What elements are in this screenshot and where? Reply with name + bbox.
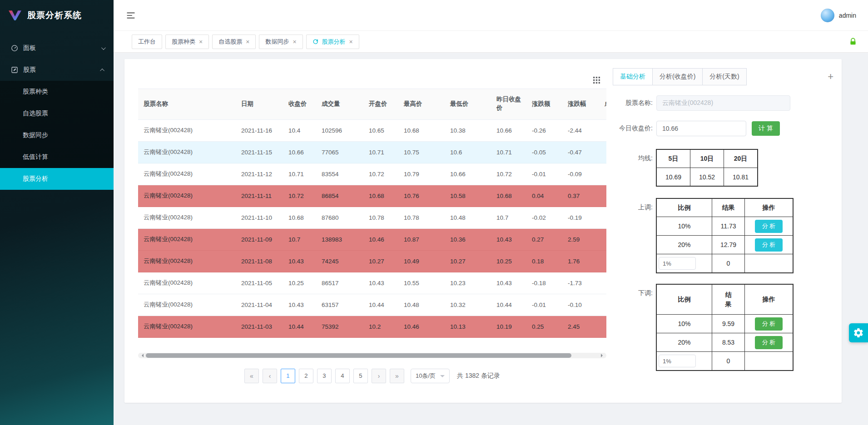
custom-ratio-input[interactable]	[659, 355, 696, 367]
page-button[interactable]: 2	[299, 369, 313, 383]
table-row[interactable]: 云南锗业(002428)2021-11-1210.718355410.7210.…	[138, 163, 606, 185]
top-bar: admin	[114, 0, 868, 31]
close-icon[interactable]: ×	[199, 39, 203, 45]
last-page-button[interactable]: »	[390, 369, 404, 383]
analyze-button[interactable]: 分 析	[755, 317, 783, 331]
result-cell: 9.59	[712, 315, 745, 333]
analysis-tab[interactable]: 分析(天数)	[702, 68, 746, 85]
up-custom-row: 0	[657, 254, 793, 273]
user-info[interactable]: admin	[821, 9, 856, 22]
table-row[interactable]: 云南锗业(002428)2021-11-0810.437424510.2710.…	[138, 250, 606, 272]
analyze-button[interactable]: 分 析	[755, 336, 783, 349]
custom-ratio-cell	[657, 254, 712, 273]
sidebar-item-stock[interactable]: 股票	[0, 59, 114, 81]
analyze-button[interactable]: 分 析	[755, 220, 783, 233]
table-cell: 云南锗业(002428)	[138, 294, 236, 316]
tab-item[interactable]: 股票种类×	[165, 35, 209, 49]
table-row[interactable]: 云南锗业(002428)2021-11-1610.410259610.6510.…	[138, 119, 606, 141]
table-cell: 102596	[316, 119, 363, 141]
grid-icon[interactable]	[593, 77, 600, 84]
table-row[interactable]: 云南锗业(002428)2021-11-0410.436315710.4410.…	[138, 294, 606, 316]
down-body: 10%9.59分 析20%8.53分 析0	[657, 315, 793, 371]
table-cell: 10.72	[363, 163, 398, 185]
page-button[interactable]: 5	[353, 369, 368, 383]
down-row: 10%9.59分 析	[657, 315, 793, 333]
tab-item[interactable]: 工作台	[132, 35, 162, 49]
page-size-select[interactable]: 10条/页	[411, 369, 450, 383]
stock-name-input[interactable]	[656, 95, 790, 111]
header-label: 操作	[763, 204, 775, 211]
calculate-button[interactable]: 计 算	[752, 121, 780, 136]
close-icon[interactable]: ×	[293, 39, 296, 45]
sidebar-subitem[interactable]: 股票种类	[0, 81, 114, 103]
lock-icon[interactable]	[849, 38, 857, 46]
page-button[interactable]: 3	[317, 369, 332, 383]
main-area: admin 工作台股票种类×自选股票×数据同步×股票分析×	[114, 0, 868, 425]
table-cell: 86517	[316, 272, 363, 294]
table-cell: 云南锗业(002428)	[138, 141, 236, 163]
column-header: 开盘价	[363, 89, 398, 119]
page-button[interactable]: 4	[335, 369, 350, 383]
custom-ratio-input[interactable]	[659, 257, 696, 270]
result-cell: 11.73	[712, 217, 745, 236]
up-header-row: 比例结果操作	[657, 199, 793, 217]
next-page-button[interactable]: ›	[372, 369, 386, 383]
add-tab-button[interactable]: +	[826, 72, 835, 82]
table-cell: 10.68	[491, 185, 526, 207]
table-cell: 云南锗业(002428)	[138, 163, 236, 185]
table-cell: 10.44	[283, 316, 316, 337]
sidebar-subitem[interactable]: 股票分析	[0, 168, 114, 190]
column-header: 收盘价	[283, 89, 316, 119]
analysis-tab[interactable]: 基础分析	[613, 68, 653, 85]
scrollbar-thumb[interactable]	[146, 353, 571, 358]
tab-item[interactable]: 股票分析×	[306, 35, 359, 49]
table-cell: 10.68	[398, 119, 445, 141]
app-root: 股票分析系统 面板 股票 股票种类自选股票数据同步低值计算股票分析	[0, 0, 868, 425]
sidebar-subitem[interactable]: 自选股票	[0, 103, 114, 124]
ratio-cell: 20%	[657, 333, 712, 352]
close-icon[interactable]: ×	[246, 39, 249, 45]
analysis-tab[interactable]: 分析(收盘价)	[652, 68, 703, 85]
column-header: 涨跌幅	[562, 89, 601, 119]
table-cell: 2021-11-11	[236, 185, 283, 207]
tab-item[interactable]: 自选股票×	[212, 35, 256, 49]
prev-page-button[interactable]: ‹	[263, 369, 277, 383]
table-cell: 10.58	[445, 185, 491, 207]
page-button[interactable]: 1	[281, 369, 295, 383]
close-icon[interactable]: ×	[349, 39, 353, 45]
scroll-left-arrow-icon[interactable]	[140, 354, 144, 357]
down-header-cell: 结果	[712, 285, 745, 315]
tab-item[interactable]: 数据同步×	[259, 35, 303, 49]
table-cell: 10.36	[445, 228, 491, 250]
first-page-button[interactable]: «	[244, 369, 259, 383]
table-row[interactable]: 云南锗业(002428)2021-11-1010.688768010.7810.…	[138, 207, 606, 228]
scrollbar-track[interactable]	[145, 353, 600, 358]
table-cell: 10.79	[398, 163, 445, 185]
horizontal-scrollbar[interactable]	[138, 353, 606, 358]
sidebar-subitem[interactable]: 数据同步	[0, 124, 114, 146]
table-cell: 云南锗业(002428)	[138, 250, 236, 272]
table-row[interactable]: 云南锗业(002428)2021-11-0310.447539210.210.4…	[138, 316, 606, 337]
tab-label: 股票分析	[322, 38, 346, 46]
menu-fold-icon[interactable]	[126, 11, 135, 20]
table-cell: 1.76	[562, 250, 601, 272]
ma-value-cell: 10.52	[690, 168, 724, 186]
table-cell: -0.01	[526, 163, 562, 185]
ratio-cell: 10%	[657, 217, 712, 236]
table-cell: 10.7	[491, 207, 526, 228]
table-row[interactable]: 云南锗业(002428)2021-11-0510.258651710.4310.…	[138, 272, 606, 294]
scroll-right-arrow-icon[interactable]	[601, 354, 605, 357]
table-row[interactable]: 云南锗业(002428)2021-11-1110.728685410.6810.…	[138, 185, 606, 207]
table-row[interactable]: 云南锗业(002428)2021-11-1510.667706510.7110.…	[138, 141, 606, 163]
table-row[interactable]: 云南锗业(002428)2021-11-0910.713898310.4610.…	[138, 228, 606, 250]
today-close-input[interactable]	[656, 121, 746, 136]
sidebar-subitem[interactable]: 低值计算	[0, 146, 114, 168]
table-cell: 10.66	[491, 119, 526, 141]
table-cell	[601, 141, 606, 163]
edit-square-icon	[11, 66, 18, 74]
sidebar-item-panel[interactable]: 面板	[0, 37, 114, 59]
settings-fab[interactable]	[849, 323, 868, 342]
down-adjust-section: 下调: 比例结果操作 10%9.59分 析20%8.53分 析0	[613, 284, 835, 371]
analyze-button[interactable]: 分 析	[755, 238, 783, 252]
table-cell: 75392	[316, 316, 363, 337]
